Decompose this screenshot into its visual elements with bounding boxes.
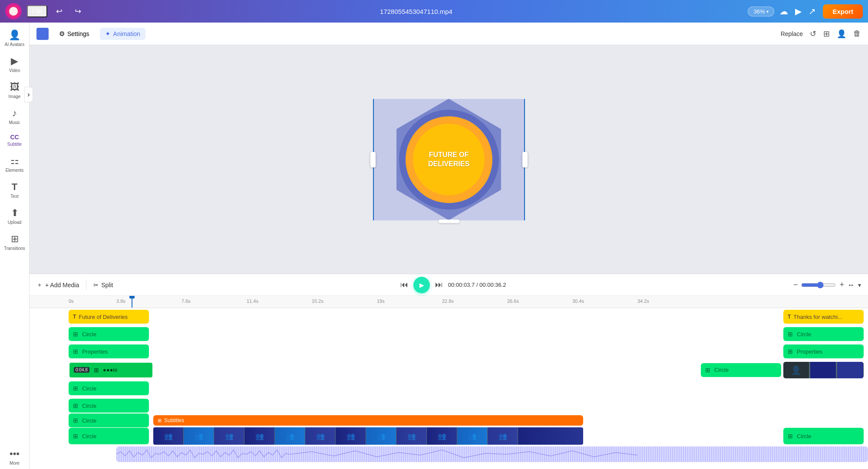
track-item-circle-2[interactable]: Circle bbox=[69, 381, 149, 395]
track-item-video-strip[interactable]: 👥 👥 👥 👥 👥 👥 👥 👥 👥 👥 👥 👥 bbox=[153, 427, 583, 445]
cloud-icon[interactable]: ☁ bbox=[779, 6, 788, 16]
track-row-3: Properties Properties bbox=[30, 343, 868, 360]
track-circle-active-label: ●●●le bbox=[103, 367, 118, 373]
sidebar-item-text[interactable]: T Text bbox=[2, 178, 28, 202]
sidebar-item-ai-avatars[interactable]: 👤 AI Avatars bbox=[2, 26, 28, 50]
ruler-mark-1: 3.8s bbox=[116, 298, 125, 304]
animation-button[interactable]: ✦ Animation bbox=[100, 28, 145, 40]
track-row-audio bbox=[30, 446, 868, 463]
add-media-button[interactable]: ＋ + Add Media bbox=[36, 281, 79, 289]
track-circle-far-right-label: Circle bbox=[797, 433, 811, 439]
elements-icon: ⚏ bbox=[10, 155, 19, 167]
zoom-in-button[interactable]: + bbox=[839, 280, 844, 289]
track-properties-1-label: Properties bbox=[82, 348, 108, 355]
timecode-display: 00:00:03.7 / 00:00:36.2 bbox=[448, 282, 506, 288]
track-circle-1-label: Circle bbox=[82, 331, 96, 338]
sidebar-transitions-label: Transitions bbox=[4, 246, 25, 251]
graphic: FUTURE OF DELIVERIES bbox=[380, 103, 518, 216]
refresh-icon[interactable]: ↺ bbox=[810, 29, 816, 39]
ruler-mark-5: 19s bbox=[377, 298, 385, 304]
pattern-icon[interactable]: ⊞ bbox=[823, 29, 830, 39]
sidebar-item-music[interactable]: ♪ Music bbox=[2, 104, 28, 128]
track-row-4: 0:04.8 ●●●le 👤 bbox=[30, 360, 868, 380]
circle-icon-far-right bbox=[788, 433, 794, 439]
play-icon[interactable]: ▶ bbox=[795, 6, 802, 16]
timeline-controls: ＋ + Add Media ✂ Split ⏮ ⏭ 00:00:03.7 / 0… bbox=[30, 274, 868, 296]
circle-icon-4 bbox=[73, 417, 79, 424]
topbar: File ↩ ↪ 1728055453047110.mp4 36% ☁ ▶ ↗ … bbox=[0, 0, 868, 23]
color-swatch[interactable] bbox=[36, 28, 49, 40]
canvas-frame: FUTURE OF DELIVERIES bbox=[373, 99, 525, 220]
prev-frame-button[interactable]: ⏮ bbox=[400, 280, 408, 289]
trash-icon[interactable]: 🗑 bbox=[853, 29, 861, 38]
track-item-subtitles[interactable]: ⊞ Subtitles bbox=[153, 415, 583, 426]
file-button[interactable]: File bbox=[27, 5, 47, 17]
collapse-arrow[interactable]: › bbox=[24, 87, 33, 102]
track-item-circle-r2[interactable]: Circle bbox=[701, 363, 781, 377]
sidebar-item-more[interactable]: ••• More bbox=[2, 445, 28, 469]
zoom-slider[interactable] bbox=[801, 282, 836, 289]
undo-button[interactable]: ↩ bbox=[53, 5, 66, 18]
sidebar-subtitle-label: Subtitle bbox=[7, 142, 22, 147]
add-media-label: + Add Media bbox=[45, 282, 79, 289]
redo-button[interactable]: ↪ bbox=[71, 5, 85, 18]
scissors-icon: ✂ bbox=[93, 282, 99, 289]
canvas-area: FUTURE OF DELIVERIES bbox=[373, 99, 525, 220]
ts-badge-active: 0:04.8 bbox=[74, 367, 89, 373]
sidebar-ai-avatars-label: AI Avatars bbox=[5, 42, 24, 47]
more-icon: ••• bbox=[10, 448, 20, 459]
track-item-circle-active[interactable]: 0:04.8 ●●●le bbox=[69, 362, 153, 378]
chevron-down-icon[interactable]: ▾ bbox=[858, 282, 861, 289]
track-circle-r2-label: Circle bbox=[714, 367, 729, 373]
sidebar-item-image[interactable]: 🖼 Image bbox=[2, 78, 28, 102]
sidebar-item-transitions[interactable]: ⊞ Transitions bbox=[2, 230, 28, 254]
bottom-handle[interactable] bbox=[439, 220, 459, 223]
export-button[interactable]: Export bbox=[823, 4, 863, 19]
sidebar-item-upload[interactable]: ⬆ Upload bbox=[2, 204, 28, 228]
sidebar-item-video[interactable]: ▶ Video bbox=[2, 52, 28, 76]
track-item-properties-1[interactable]: Properties bbox=[69, 344, 149, 358]
track-item-thanks[interactable]: T Thanks for watchi... bbox=[783, 310, 864, 324]
split-label: Split bbox=[101, 282, 113, 289]
sidebar-music-label: Music bbox=[9, 120, 20, 125]
sidebar-text-label: Text bbox=[10, 194, 18, 199]
track-item-video-thumb[interactable]: 👤 bbox=[783, 362, 864, 378]
ruler-mark-0: 0s bbox=[69, 298, 74, 304]
subtitle-track-label: Subtitles bbox=[164, 417, 184, 423]
settings-button[interactable]: ⚙ Settings bbox=[54, 28, 95, 40]
person-icon[interactable]: 👤 bbox=[837, 29, 846, 39]
zoom-out-button[interactable]: − bbox=[793, 280, 798, 289]
track-properties-r1-label: Properties bbox=[797, 348, 822, 355]
share-icon[interactable]: ↗ bbox=[809, 6, 816, 16]
track-item-circle-r1[interactable]: Circle bbox=[783, 327, 864, 341]
properties-icon-r1 bbox=[788, 348, 794, 355]
track-item-circle-3[interactable]: Circle bbox=[69, 399, 149, 413]
filename: 1728055453047110.mp4 bbox=[90, 8, 743, 15]
toolbar-right: Replace ↺ ⊞ 👤 🗑 bbox=[781, 29, 861, 39]
sidebar-item-subtitle[interactable]: CC Subtitle bbox=[2, 130, 28, 150]
split-button[interactable]: ✂ Split bbox=[93, 282, 113, 289]
replace-button[interactable]: Replace bbox=[781, 30, 803, 37]
track-item-future-deliveries[interactable]: T Future of Deliveries bbox=[69, 310, 149, 324]
track-item-circle-far-right[interactable]: Circle bbox=[783, 428, 864, 444]
next-frame-button[interactable]: ⏭ bbox=[435, 280, 443, 289]
expand-icon[interactable]: ↔ bbox=[848, 281, 855, 289]
track-item-circle-1[interactable]: Circle bbox=[69, 327, 149, 341]
properties-icon-1 bbox=[73, 348, 79, 355]
track-item-circle-4[interactable]: Circle bbox=[69, 413, 149, 427]
timeline-area: ＋ + Add Media ✂ Split ⏮ ⏭ 00:00:03.7 / 0… bbox=[30, 274, 868, 469]
zoom-control[interactable]: 36% bbox=[748, 7, 774, 16]
track-item-properties-r1[interactable]: Properties bbox=[783, 344, 864, 358]
playhead[interactable]: 3.8s bbox=[132, 296, 132, 308]
track-item-circle-5[interactable]: Circle bbox=[69, 428, 149, 444]
track-item-audio[interactable] bbox=[116, 446, 868, 462]
left-resize-handle[interactable] bbox=[370, 152, 376, 167]
track-item-label: Future of Deliveries bbox=[79, 314, 128, 320]
sidebar-item-elements[interactable]: ⚏ Elements bbox=[2, 152, 28, 176]
circle-icon-r1 bbox=[788, 331, 794, 338]
right-resize-handle[interactable] bbox=[522, 152, 528, 167]
main-layout: 👤 AI Avatars ▶ Video 🖼 Image ♪ Music CC … bbox=[0, 23, 868, 469]
ruler-mark-2: 7.6s bbox=[182, 298, 191, 304]
track-row-7: Circle ⊞ Subtitles bbox=[30, 414, 868, 426]
play-button[interactable] bbox=[413, 277, 430, 293]
